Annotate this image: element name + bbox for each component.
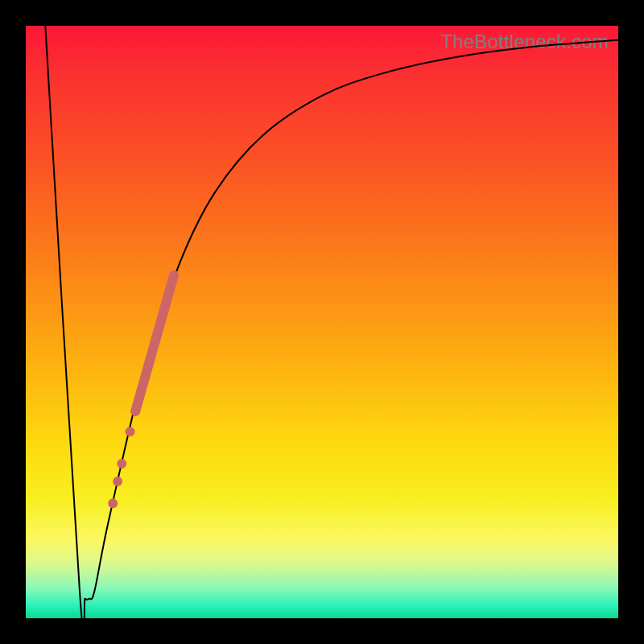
bottleneck-curve [45,26,618,635]
marker-dot-3 [113,477,122,486]
chart-container: TheBottleneck.com [0,0,644,644]
marker-dot-1 [126,427,135,436]
marker-dense-segment [135,275,174,411]
plot-area: TheBottleneck.com [26,26,618,618]
marker-dot-2 [117,459,126,469]
marker-dot-4 [108,498,118,508]
chart-svg [26,26,618,618]
